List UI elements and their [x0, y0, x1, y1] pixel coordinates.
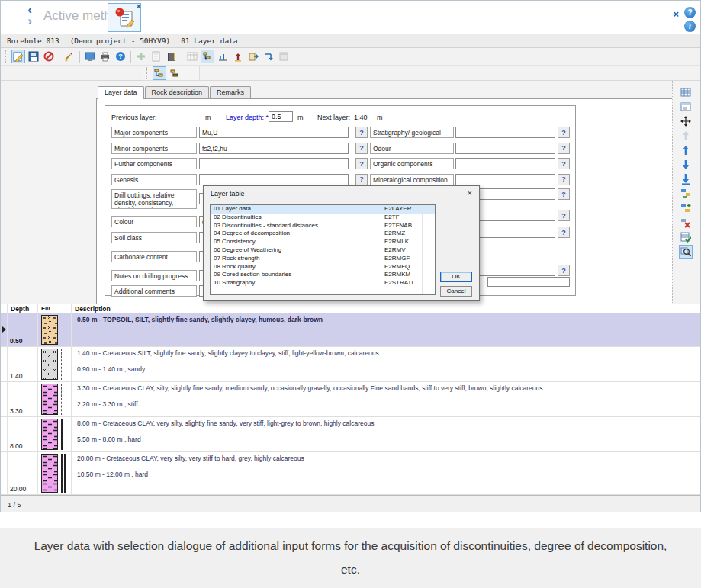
layer-table-option[interactable]: 10 Stratigraphy E2STRATI — [211, 279, 435, 288]
layer-row[interactable]: 20.00 20.00 m - Cretaceous CLAY, very si… — [1, 452, 700, 495]
row-selector[interactable] — [1, 452, 8, 494]
fill-column-header[interactable]: Fill — [38, 304, 72, 313]
layer-table-option[interactable]: 04 Degree of decomposition E2RMZ — [211, 230, 435, 238]
layer-row[interactable]: 3.30 3.30 m - Cretaceous CLAY, silty, sl… — [1, 382, 700, 417]
layer-table-option[interactable]: 01 Layer data E2LAYER — [211, 205, 435, 214]
form-view-button[interactable] — [679, 100, 693, 114]
add-layer-button[interactable] — [679, 201, 693, 215]
dialog-close-icon[interactable]: × — [468, 188, 472, 198]
layer-table-option[interactable]: 02 Discontinuities E2TF — [211, 214, 435, 222]
cancel-button[interactable] — [42, 50, 56, 63]
layer-table-option[interactable]: 09 Cored section boundaries E2RMKM — [211, 271, 435, 279]
field-input[interactable] — [455, 143, 555, 154]
next-record-button[interactable] — [679, 158, 693, 172]
new-document-button[interactable] — [150, 50, 163, 63]
scroll-methods-right-icon[interactable]: › — [24, 15, 36, 27]
layer-table-option[interactable]: 07 Rock strength E2RMGF — [211, 255, 435, 263]
row-selector[interactable] — [1, 313, 8, 346]
layer-fill-cell[interactable] — [38, 417, 72, 451]
send-to-button[interactable] — [262, 50, 275, 63]
field-input[interactable] — [199, 174, 349, 185]
first-record-button[interactable] — [679, 129, 693, 143]
layer-depth-cell[interactable]: 0.50 — [8, 313, 38, 346]
field-help-button[interactable]: ? — [558, 127, 570, 138]
layer-description-cell[interactable]: 20.00 m - Cretaceous CLAY, very silty, v… — [72, 452, 700, 494]
validate-table-button[interactable] — [679, 230, 693, 244]
layer-table-option[interactable]: 06 Degree of Weathering E2RMV — [211, 246, 435, 255]
field-help-button[interactable]: ? — [558, 174, 570, 185]
export-button[interactable] — [246, 50, 260, 63]
layer-fill-cell[interactable] — [38, 347, 72, 381]
layer-table-option[interactable]: 03 Discontinuities - standard distances … — [211, 222, 435, 230]
layer-fill-cell[interactable] — [38, 313, 72, 346]
tab[interactable]: Remarks — [210, 86, 251, 98]
row-selector[interactable] — [1, 347, 8, 381]
last-record-button[interactable] — [679, 172, 693, 186]
chart-view-button[interactable] — [216, 50, 230, 63]
description-column-header[interactable]: Description — [72, 304, 700, 313]
field-input[interactable] — [199, 158, 349, 169]
tab[interactable]: Layer data — [98, 86, 144, 99]
field-help-button[interactable]: ? — [355, 158, 368, 169]
layer-table-option[interactable]: 08 Rock quality E2RMFQ — [211, 263, 435, 272]
preview-button[interactable] — [83, 50, 97, 63]
expand-tree-button[interactable] — [153, 66, 166, 80]
field-input[interactable] — [455, 127, 555, 138]
depth-column-header[interactable]: Depth — [8, 304, 38, 313]
cancel-button[interactable]: Cancel — [440, 286, 472, 297]
layer-description-cell[interactable]: 0.50 m - TOPSOIL, SILT, slightly fine sa… — [72, 313, 700, 346]
field-help-button[interactable]: ? — [355, 174, 368, 185]
grid-view-button[interactable] — [679, 85, 693, 99]
field-help-button[interactable]: ? — [355, 127, 368, 138]
insert-layer-button[interactable] — [679, 187, 693, 201]
import-button[interactable] — [231, 50, 245, 63]
layer-row[interactable]: 1.40 1.40 m - Cretaceous SILT, slightly … — [1, 347, 700, 382]
field-help-button[interactable]: ? — [355, 143, 368, 154]
ok-button[interactable]: OK — [440, 272, 472, 282]
field-help-button[interactable]: ? — [558, 158, 570, 169]
catalogue-button[interactable] — [165, 50, 178, 63]
layer-depth-cell[interactable]: 1.40 — [8, 347, 38, 381]
layer-fill-cell[interactable] — [38, 382, 72, 416]
close-method-icon[interactable]: × — [137, 2, 141, 10]
tab[interactable]: Rock description — [145, 86, 210, 98]
layer-row[interactable]: 0.50 0.50 m - TOPSOIL, SILT, slightly fi… — [1, 313, 700, 347]
toolbar-grip[interactable] — [5, 50, 8, 63]
layer-row[interactable]: 8.00 8.00 m - Cretaceous CLAY, very silt… — [1, 417, 700, 452]
search-layers-button[interactable] — [679, 245, 693, 259]
window-layout-button[interactable] — [277, 50, 291, 63]
active-method-tab[interactable]: × — [108, 3, 141, 32]
layer-description-cell[interactable]: 3.30 m - Cretaceous CLAY, silty, slightl… — [72, 382, 700, 416]
field-input[interactable]: fs2,t2,hu — [199, 143, 349, 154]
layer-description-cell[interactable]: 8.00 m - Cretaceous CLAY, very silty, sl… — [72, 417, 700, 451]
layer-depth-cell[interactable]: 3.30 — [8, 382, 38, 416]
help-icon[interactable]: ? — [684, 7, 696, 18]
edit-record-button[interactable] — [11, 50, 25, 63]
print-button[interactable] — [98, 50, 112, 63]
previous-record-button[interactable] — [679, 143, 693, 157]
layer-description-cell[interactable]: 1.40 m - Cretaceous SILT, slightly fine … — [72, 347, 700, 381]
row-selector[interactable] — [1, 382, 8, 416]
layer-depth-input[interactable] — [269, 111, 293, 122]
field-input[interactable]: Mu,U — [199, 127, 349, 138]
table-view-button[interactable] — [185, 50, 199, 63]
field-input[interactable] — [455, 158, 555, 169]
layer-depth-cell[interactable]: 8.00 — [8, 417, 38, 451]
save-button[interactable] — [27, 50, 40, 63]
toolbar-help-button[interactable]: ? — [114, 50, 127, 63]
toolbar-grip[interactable] — [146, 67, 149, 79]
collapse-tree-button[interactable] — [168, 66, 182, 80]
layer-depth-cell[interactable]: 20.00 — [8, 452, 38, 494]
add-record-button[interactable] — [134, 50, 148, 63]
layer-fill-cell[interactable] — [38, 452, 72, 494]
tools-button[interactable] — [63, 50, 76, 63]
close-window-icon[interactable]: × — [673, 8, 679, 20]
layer-table-option[interactable]: 05 Consistency E2RMLK — [211, 238, 435, 246]
move-button[interactable] — [679, 114, 693, 128]
row-selector[interactable] — [1, 417, 8, 451]
tree-view-button[interactable] — [201, 50, 214, 63]
field-input[interactable] — [455, 174, 555, 185]
field-help-button[interactable]: ? — [558, 143, 570, 154]
info-icon[interactable]: i — [684, 21, 696, 32]
delete-layer-button[interactable] — [679, 216, 693, 230]
